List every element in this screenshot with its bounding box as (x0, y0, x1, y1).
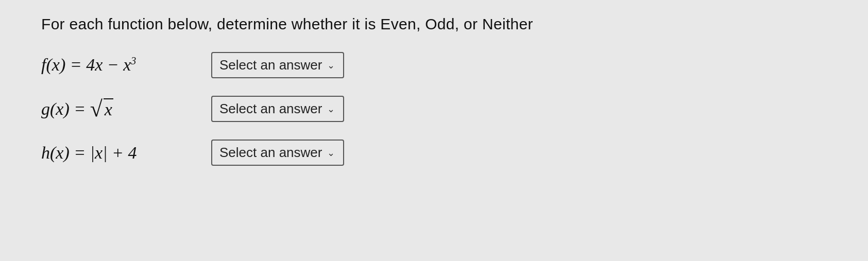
chevron-down-icon-g: ⌄ (327, 103, 335, 115)
answer-select-g[interactable]: Select an answer ⌄ (211, 96, 344, 122)
answer-select-h[interactable]: Select an answer ⌄ (211, 140, 344, 166)
select-text-f: Select an answer (219, 57, 322, 73)
func-g-label: g(x) = (41, 99, 90, 119)
chevron-down-icon-f: ⌄ (327, 60, 335, 71)
math-expression-h: h(x) = |x| + 4 (41, 143, 196, 163)
sqrt-radicand: x (104, 98, 113, 119)
sqrt-wrapper: √ x (90, 98, 113, 120)
math-expression-g: g(x) = √ x (41, 98, 196, 120)
select-text-g: Select an answer (219, 101, 322, 117)
chevron-down-icon-h: ⌄ (327, 147, 335, 159)
func-f-label: f(x) = 4x − x3 (41, 55, 136, 75)
func-h-label: h(x) = |x| + 4 (41, 143, 137, 163)
select-text-h: Select an answer (219, 145, 322, 161)
problem-row-h: h(x) = |x| + 4 Select an answer ⌄ (41, 136, 827, 169)
answer-select-f[interactable]: Select an answer ⌄ (211, 52, 344, 78)
problem-row-f: f(x) = 4x − x3 Select an answer ⌄ (41, 48, 827, 82)
main-container: For each function below, determine wheth… (41, 15, 827, 180)
problem-row-g: g(x) = √ x Select an answer ⌄ (41, 92, 827, 126)
math-expression-f: f(x) = 4x − x3 (41, 55, 196, 75)
sqrt-symbol: √ (90, 98, 103, 120)
page-title: For each function below, determine wheth… (41, 15, 827, 33)
